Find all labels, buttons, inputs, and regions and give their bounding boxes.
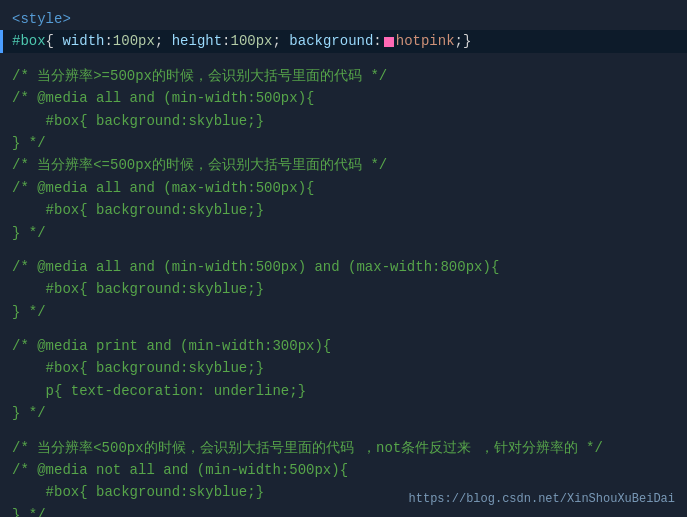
line-comment-3: #box{ background:skyblue;} [0, 110, 687, 132]
color-swatch-hotpink [384, 37, 394, 47]
comment-text: /* 当分辨率>=500px的时候，会识别大括号里面的代码 */ [12, 65, 387, 87]
comment-text: /* @media all and (min-width:500px){ [12, 87, 314, 109]
comment-text: } */ [12, 132, 46, 154]
line-block3-4: } */ [0, 402, 687, 424]
comment-text: #box{ background:skyblue;} [12, 481, 264, 503]
comment-text: p{ text-decoration: underline;} [12, 380, 306, 402]
selector-box: #box [12, 30, 46, 52]
comment-text: } */ [12, 402, 46, 424]
comment-text: #box{ background:skyblue;} [12, 278, 264, 300]
line-1: <style> [0, 8, 687, 30]
code-editor: <style> #box{ width:100px; height:100px;… [0, 0, 687, 517]
comment-text: } */ [12, 504, 46, 517]
comment-text: } */ [12, 222, 46, 244]
comment-text: /* 当分辨率<=500px的时候，会识别大括号里面的代码 */ [12, 154, 387, 176]
line-block2-3: } */ [0, 301, 687, 323]
style-tag: <style> [12, 8, 71, 30]
line-comment-1: /* 当分辨率>=500px的时候，会识别大括号里面的代码 */ [0, 65, 687, 87]
line-block4-1: /* 当分辨率<500px的时候，会识别大括号里面的代码 ，not条件反过来 ，… [0, 437, 687, 459]
line-block3-3: p{ text-decoration: underline;} [0, 380, 687, 402]
comment-text: #box{ background:skyblue;} [12, 110, 264, 132]
line-comment-8: } */ [0, 222, 687, 244]
line-comment-7: #box{ background:skyblue;} [0, 199, 687, 221]
divider-4 [0, 425, 687, 437]
comment-text: } */ [12, 301, 46, 323]
divider-3 [0, 323, 687, 335]
line-block3-1: /* @media print and (min-width:300px){ [0, 335, 687, 357]
line-block2-2: #box{ background:skyblue;} [0, 278, 687, 300]
comment-text: /* @media all and (max-width:500px){ [12, 177, 314, 199]
watermark: https://blog.csdn.net/XinShouXuBeiDai [409, 490, 675, 509]
comment-text: #box{ background:skyblue;} [12, 357, 264, 379]
line-2: #box{ width:100px; height:100px; backgro… [0, 30, 687, 52]
line-comment-4: } */ [0, 132, 687, 154]
comment-text: /* @media print and (min-width:300px){ [12, 335, 331, 357]
line-comment-2: /* @media all and (min-width:500px){ [0, 87, 687, 109]
divider-1 [0, 53, 687, 65]
comment-text: /* 当分辨率<500px的时候，会识别大括号里面的代码 ，not条件反过来 ，… [12, 437, 603, 459]
comment-text: /* @media not all and (min-width:500px){ [12, 459, 348, 481]
divider-2 [0, 244, 687, 256]
line-block3-2: #box{ background:skyblue;} [0, 357, 687, 379]
line-comment-6: /* @media all and (max-width:500px){ [0, 177, 687, 199]
comment-text: /* @media all and (min-width:500px) and … [12, 256, 499, 278]
comment-text: #box{ background:skyblue;} [12, 199, 264, 221]
line-comment-5: /* 当分辨率<=500px的时候，会识别大括号里面的代码 */ [0, 154, 687, 176]
line-block4-2: /* @media not all and (min-width:500px){ [0, 459, 687, 481]
line-block2-1: /* @media all and (min-width:500px) and … [0, 256, 687, 278]
